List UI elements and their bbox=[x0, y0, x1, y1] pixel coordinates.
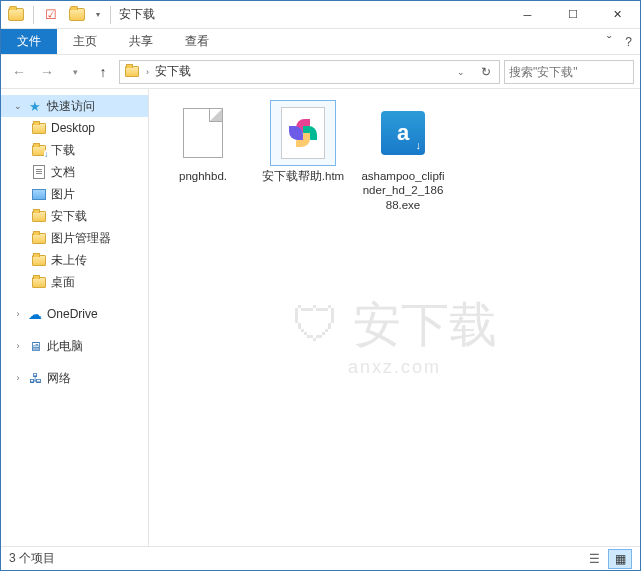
network-icon: 🖧 bbox=[27, 370, 43, 386]
tab-share[interactable]: 共享 bbox=[113, 29, 169, 54]
title-bar: ☑ ▾ 安下载 ─ ☐ ✕ bbox=[1, 1, 640, 29]
sidebar-network[interactable]: › 🖧 网络 bbox=[1, 367, 148, 389]
tab-view[interactable]: 查看 bbox=[169, 29, 225, 54]
sidebar-item-downloads[interactable]: ↓ 下载 bbox=[1, 139, 148, 161]
close-button[interactable]: ✕ bbox=[595, 1, 640, 29]
maximize-button[interactable]: ☐ bbox=[550, 1, 595, 29]
up-button[interactable]: ↑ bbox=[91, 60, 115, 84]
new-folder-icon[interactable] bbox=[66, 4, 88, 26]
item-count: 3 个项目 bbox=[9, 550, 55, 567]
file-item[interactable]: a↓ ashampoo_clipfinder_hd_2_18688.exe bbox=[361, 101, 445, 212]
tab-file[interactable]: 文件 bbox=[1, 29, 57, 54]
search-input[interactable] bbox=[505, 65, 641, 79]
app-icon[interactable] bbox=[5, 4, 27, 26]
status-bar: 3 个项目 ☰ ▦ bbox=[1, 546, 640, 570]
file-name: pnghhbd. bbox=[179, 169, 227, 183]
quick-access-toolbar: ☑ ▾ bbox=[1, 4, 104, 26]
details-view-button[interactable]: ☰ bbox=[582, 549, 606, 569]
file-item[interactable]: 安下载帮助.htm bbox=[261, 101, 345, 183]
document-icon bbox=[183, 108, 223, 158]
window-title: 安下载 bbox=[117, 6, 505, 23]
caret-right-icon[interactable]: › bbox=[13, 341, 23, 351]
caret-right-icon[interactable]: › bbox=[13, 309, 23, 319]
watermark: 🛡 安下载 anxz.com bbox=[292, 292, 497, 377]
back-button[interactable]: ← bbox=[7, 60, 31, 84]
sidebar-item-label: OneDrive bbox=[47, 307, 98, 321]
sidebar-item-label: Desktop bbox=[51, 121, 95, 135]
address-bar[interactable]: › 安下载 ⌄ ↻ bbox=[119, 60, 500, 84]
sidebar-this-pc[interactable]: › 🖥 此电脑 bbox=[1, 335, 148, 357]
sidebar-item-label: 下载 bbox=[51, 142, 75, 159]
sidebar-item-label: 安下载 bbox=[51, 208, 87, 225]
ribbon-tabs: 文件 主页 共享 查看 ˇ ? bbox=[1, 29, 640, 55]
sidebar-item-label: 图片管理器 bbox=[51, 230, 111, 247]
forward-button[interactable]: → bbox=[35, 60, 59, 84]
onedrive-icon: ☁ bbox=[27, 306, 43, 322]
ribbon-collapse-icon[interactable]: ˇ bbox=[607, 34, 611, 49]
file-item[interactable]: pnghhbd. bbox=[161, 101, 245, 183]
address-dropdown-icon[interactable]: ⌄ bbox=[451, 67, 471, 77]
search-box[interactable]: 🔍 bbox=[504, 60, 634, 84]
file-list[interactable]: 🛡 安下载 anxz.com pnghhbd. 安下载帮助.htm a↓ ash… bbox=[149, 89, 640, 546]
icons-view-button[interactable]: ▦ bbox=[608, 549, 632, 569]
chevron-right-icon[interactable]: › bbox=[146, 67, 149, 77]
htm-icon bbox=[281, 107, 325, 159]
sidebar-item-label: 桌面 bbox=[51, 274, 75, 291]
recent-dropdown-icon[interactable]: ▾ bbox=[63, 60, 87, 84]
sidebar-item-documents[interactable]: 文档 bbox=[1, 161, 148, 183]
breadcrumb[interactable]: 安下载 bbox=[155, 63, 191, 80]
sidebar-item-label: 网络 bbox=[47, 370, 71, 387]
sidebar-item-label: 此电脑 bbox=[47, 338, 83, 355]
caret-down-icon[interactable]: ⌄ bbox=[13, 101, 23, 111]
pc-icon: 🖥 bbox=[27, 338, 43, 354]
sidebar-item-label: 文档 bbox=[51, 164, 75, 181]
sidebar-onedrive[interactable]: › ☁ OneDrive bbox=[1, 303, 148, 325]
sidebar-item-label: 图片 bbox=[51, 186, 75, 203]
refresh-icon[interactable]: ↻ bbox=[477, 65, 495, 79]
sidebar-item-pictures[interactable]: 图片 bbox=[1, 183, 148, 205]
minimize-button[interactable]: ─ bbox=[505, 1, 550, 29]
navigation-pane: ⌄ ★ 快速访问 Desktop ↓ 下载 文档 图片 安下载 图片管理器 bbox=[1, 89, 149, 546]
file-name: ashampoo_clipfinder_hd_2_18688.exe bbox=[361, 169, 445, 212]
file-name: 安下载帮助.htm bbox=[262, 169, 344, 183]
sidebar-item-picture-manager[interactable]: 图片管理器 bbox=[1, 227, 148, 249]
sidebar-item-anxiazai[interactable]: 安下载 bbox=[1, 205, 148, 227]
tab-home[interactable]: 主页 bbox=[57, 29, 113, 54]
sidebar-quick-access[interactable]: ⌄ ★ 快速访问 bbox=[1, 95, 148, 117]
sidebar-item-not-uploaded[interactable]: 未上传 bbox=[1, 249, 148, 271]
quick-access-icon: ★ bbox=[27, 98, 43, 114]
help-icon[interactable]: ? bbox=[625, 35, 632, 49]
caret-right-icon[interactable]: › bbox=[13, 373, 23, 383]
sidebar-item-desktop2[interactable]: 桌面 bbox=[1, 271, 148, 293]
qat-dropdown-icon[interactable]: ▾ bbox=[92, 10, 104, 19]
exe-icon: a↓ bbox=[381, 111, 425, 155]
navigation-bar: ← → ▾ ↑ › 安下载 ⌄ ↻ 🔍 bbox=[1, 55, 640, 89]
sidebar-item-desktop[interactable]: Desktop bbox=[1, 117, 148, 139]
sidebar-item-label: 未上传 bbox=[51, 252, 87, 269]
sidebar-item-label: 快速访问 bbox=[47, 98, 95, 115]
properties-icon[interactable]: ☑ bbox=[40, 4, 62, 26]
